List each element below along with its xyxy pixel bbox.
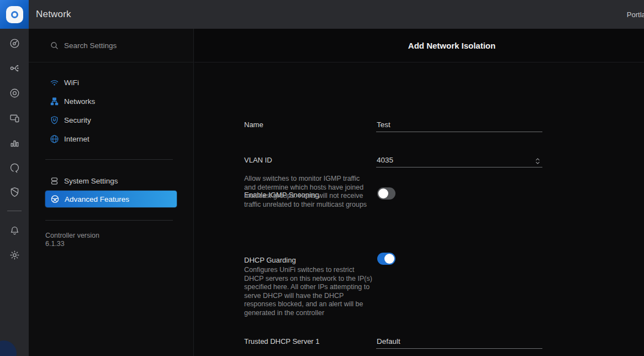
sidebar-item-wifi[interactable]: WiFi [29, 75, 193, 90]
site-name[interactable]: Portlan [627, 0, 644, 29]
unifi-network-settings-window: Network Portlan [0, 0, 644, 356]
sidebar-item-label: System Settings [64, 177, 118, 185]
page-title: Add Network Isolation [408, 41, 495, 50]
vlan-id-field-label: VLAN ID [244, 155, 374, 166]
sidebar-item-label: WiFi [64, 78, 79, 87]
sidebar-item-networks[interactable]: Networks [29, 94, 193, 108]
system-settings-icon [49, 176, 60, 186]
trusted-dhcp-1-label: Trusted DHCP Server 1 [244, 336, 374, 347]
left-nav-rail [0, 29, 29, 356]
sidebar-item-label: Advanced Features [65, 195, 129, 203]
search-icon [50, 41, 59, 50]
main-content: Add Network Isolation Name VLAN ID Enabl… [194, 29, 644, 356]
sidebar-item-label: Internet [64, 135, 89, 143]
sidebar-item-security[interactable]: Security [29, 113, 193, 127]
alerts-bell-icon[interactable] [8, 224, 21, 237]
name-input[interactable] [376, 119, 542, 132]
sidebar-item-advanced-features[interactable]: Advanced Features [45, 191, 177, 207]
igmp-snooping-toggle[interactable] [377, 187, 395, 200]
rail-bottom-glow [0, 341, 17, 356]
unifi-logo[interactable] [0, 0, 29, 29]
vlan-id-input[interactable] [376, 155, 542, 167]
advanced-features-icon [50, 194, 60, 205]
clients-icon[interactable] [8, 111, 21, 124]
dhcp-guarding-description: Configures UniFi switches to restrict DH… [244, 266, 372, 317]
sidebar-item-internet[interactable]: Internet [29, 132, 193, 146]
search-settings-input[interactable]: Search Settings [29, 29, 193, 62]
settings-gear-icon[interactable] [8, 248, 21, 261]
topology-icon[interactable] [8, 61, 21, 75]
networks-tree-icon [49, 96, 60, 107]
name-field-label: Name [244, 119, 374, 130]
wifi-icon [49, 77, 60, 88]
security-shield-icon [49, 115, 60, 125]
rail-divider [7, 211, 22, 211]
igmp-snooping-description: Allow switches to monitor IGMP traffic a… [244, 175, 372, 209]
controller-version-label: Controller version [45, 232, 99, 240]
search-placeholder: Search Settings [64, 41, 117, 50]
settings-sidebar: Search Settings WiFi Networks Securit [29, 29, 194, 356]
dhcp-guarding-toggle[interactable] [377, 253, 395, 265]
sidebar-item-system-settings[interactable]: System Settings [29, 174, 193, 188]
page-header: Add Network Isolation [194, 29, 644, 62]
stepper-chevrons-icon [534, 156, 541, 166]
sidebar-item-label: Networks [64, 97, 95, 106]
internet-globe-icon [49, 134, 60, 144]
unifi-logo-disc [6, 6, 23, 23]
toggle-knob [384, 254, 394, 264]
statistics-icon[interactable] [8, 136, 21, 149]
sidebar-item-label: Security [64, 116, 91, 124]
app-title: Network [36, 0, 71, 29]
sidebar-divider [45, 159, 173, 160]
insights-icon[interactable] [8, 161, 21, 174]
unifi-logo-ring [11, 11, 18, 18]
trusted-dhcp-1-input[interactable] [376, 336, 542, 349]
vlan-id-stepper[interactable] [532, 155, 542, 167]
controller-version-value: 6.1.33 [45, 240, 65, 248]
toggle-knob [378, 189, 388, 198]
dashboard-icon[interactable] [8, 36, 21, 50]
sidebar-divider [45, 220, 173, 221]
threat-management-icon[interactable] [8, 185, 21, 198]
top-bar: Network Portlan [0, 0, 644, 29]
dhcp-guarding-label: DHCP Guarding [244, 255, 374, 266]
devices-icon[interactable] [8, 86, 21, 100]
